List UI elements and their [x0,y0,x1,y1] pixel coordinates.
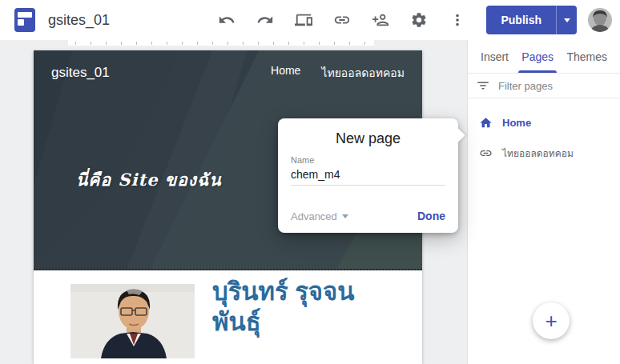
tab-pages[interactable]: Pages [520,40,555,73]
pages-list: Home ไทยออลดอทคอม [468,98,620,162]
google-sites-editor: gsites_01 Publish [0,0,620,364]
page-name-input[interactable] [291,165,445,186]
chevron-down-icon [564,18,570,22]
filter-pages-row [468,74,620,98]
person-name-line1: บุรินทร์ รุจจน [212,277,405,307]
advanced-toggle[interactable]: Advanced [291,210,348,222]
sidebar-tabs: Insert Pages Themes [468,40,620,74]
share-button[interactable] [364,4,397,36]
google-sites-logo[interactable] [14,8,35,32]
undo-icon [218,11,236,29]
redo-icon [256,11,274,29]
site-content-section[interactable]: บุรินทร์ รุจจน พันธุ์ [34,270,422,364]
gear-icon [410,11,428,29]
logo-square [18,19,24,26]
hero-text[interactable]: นี่คือ Site ของฉัน [76,166,222,193]
person-name[interactable]: บุรินทร์ รุจจน พันธุ์ [212,277,405,338]
dialog-footer: Advanced Done [291,210,445,222]
toolbar-actions: Publish [211,4,612,36]
publish-button[interactable]: Publish [486,6,556,34]
chevron-down-icon [342,214,348,218]
site-title[interactable]: gsites_01 [51,65,110,81]
more-menu-button[interactable] [441,4,473,36]
right-sidebar: Insert Pages Themes Home ไทยออลดอทคอม + [467,40,620,364]
page-item-label: Home [502,117,531,129]
person-name-line2: พันธุ์ [212,307,405,338]
filter-icon [476,78,490,93]
page-item-home[interactable]: Home [468,113,620,132]
page-item-thai-link[interactable]: ไทยออลดอทคอม [468,143,620,162]
tab-themes[interactable]: Themes [565,40,609,73]
page-item-label: ไทยออลดอทคอม [502,146,574,161]
tab-insert[interactable]: Insert [479,40,510,73]
done-button[interactable]: Done [417,210,445,222]
more-vert-icon [449,11,466,29]
layout-ruler [68,40,374,46]
site-nav-home[interactable]: Home [271,64,300,82]
account-avatar[interactable] [588,8,612,32]
filter-pages-input[interactable] [498,80,602,92]
logo-bar [18,12,32,18]
devices-icon [295,11,312,29]
add-page-fab[interactable]: + [533,302,570,339]
site-nav: Home ไทยออลดอทคอม [271,64,405,82]
undo-button[interactable] [211,4,243,36]
device-preview-button[interactable] [288,4,320,36]
link-icon [479,146,493,160]
new-page-dialog: New page Name Advanced Done [278,118,458,233]
home-icon [479,116,493,130]
dialog-title: New page [278,118,458,147]
person-add-icon [372,11,389,29]
avatar-photo [588,8,612,32]
site-header-bar: gsites_01 Home ไทยออลดอทคอม [34,50,422,82]
settings-button[interactable] [403,4,435,36]
advanced-label: Advanced [291,210,337,222]
publish-dropdown-button[interactable] [556,6,577,34]
name-field-label: Name [291,155,445,165]
person-photo [70,284,195,358]
redo-button[interactable] [249,4,281,36]
copy-link-button[interactable] [326,4,358,36]
link-icon [333,11,351,29]
publish-split-button: Publish [486,6,577,34]
site-nav-thai[interactable]: ไทยออลดอทคอม [321,64,405,82]
document-title[interactable]: gsites_01 [48,12,110,29]
top-toolbar: gsites_01 Publish [0,0,620,40]
